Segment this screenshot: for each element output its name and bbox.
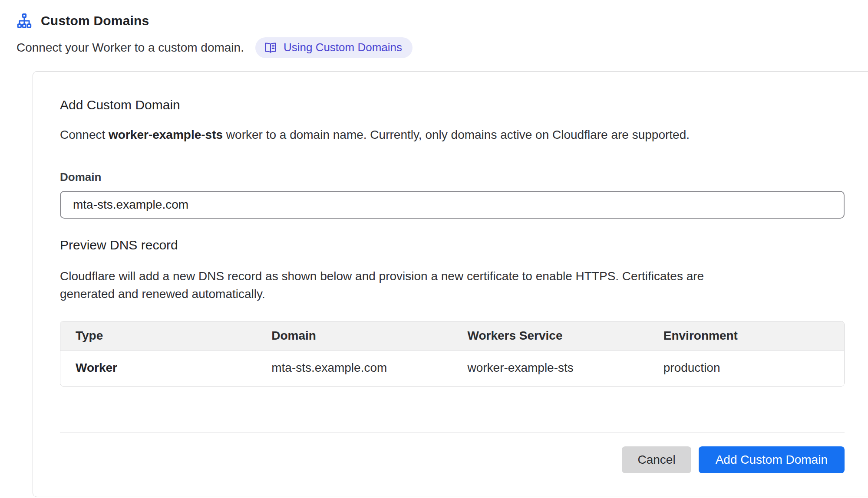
page-subtitle-row: Connect your Worker to a custom domain. … [17, 37, 868, 58]
domain-label: Domain [60, 170, 845, 184]
preview-dns-description-line2: generated and renewed automatically. [60, 285, 845, 303]
cell-environment: production [648, 351, 844, 387]
domain-input[interactable] [60, 191, 845, 219]
docs-link-badge[interactable]: Using Custom Domains [255, 37, 413, 58]
page-subtitle: Connect your Worker to a custom domain. [17, 41, 244, 55]
cancel-button[interactable]: Cancel [622, 446, 691, 473]
dns-preview-table: Type Domain Workers Service Environment … [60, 321, 845, 387]
preview-dns-description-line1: Cloudflare will add a new DNS record as … [60, 267, 845, 285]
card-actions: Cancel Add Custom Domain [60, 446, 845, 473]
custom-domains-panel: Custom Domains Connect your Worker to a … [0, 0, 868, 497]
column-header-environment: Environment [648, 321, 844, 351]
intro-text: Connect worker-example-sts worker to a d… [60, 128, 845, 142]
footer-divider [60, 432, 845, 433]
docs-link-label: Using Custom Domains [284, 41, 402, 54]
table-header-row: Type Domain Workers Service Environment [60, 321, 844, 351]
column-header-type: Type [60, 321, 256, 351]
open-book-icon [264, 41, 277, 54]
cell-workers-service: worker-example-sts [452, 351, 648, 387]
preview-dns-description: Cloudflare will add a new DNS record as … [60, 267, 845, 303]
add-custom-domain-button[interactable]: Add Custom Domain [699, 446, 845, 473]
intro-suffix: worker to a domain name. Currently, only… [223, 128, 690, 141]
preview-dns-heading: Preview DNS record [60, 238, 845, 252]
page-title: Custom Domains [41, 13, 149, 28]
cell-domain: mta-sts.example.com [256, 351, 452, 387]
add-custom-domain-card: Add Custom Domain Connect worker-example… [33, 71, 868, 497]
page-header: Custom Domains [17, 13, 868, 29]
intro-prefix: Connect [60, 128, 109, 141]
column-header-domain: Domain [256, 321, 452, 351]
table-row: Worker mta-sts.example.com worker-exampl… [60, 351, 844, 387]
card-heading: Add Custom Domain [60, 98, 845, 112]
sitemap-icon [17, 13, 32, 29]
column-header-workers-service: Workers Service [452, 321, 648, 351]
cell-type: Worker [60, 351, 256, 387]
worker-name: worker-example-sts [109, 128, 223, 141]
